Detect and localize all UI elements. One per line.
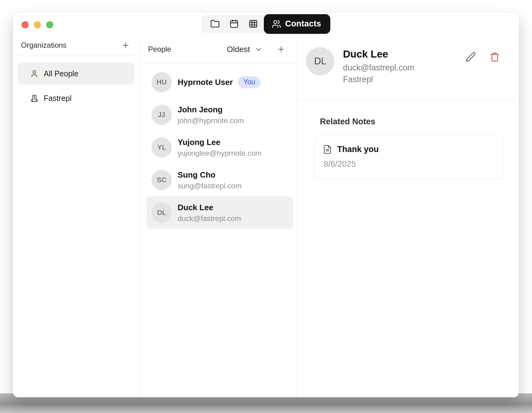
person-row-duck-lee[interactable]: DL Duck Lee duck@fastrepl.com (147, 196, 293, 229)
table-tab[interactable] (244, 15, 263, 33)
zoom-window-button[interactable] (46, 21, 53, 28)
person-row-yujong-lee[interactable]: YL Yujong Lee yujonglee@hyprnote.com (147, 131, 293, 164)
person-text: Yujong Lee yujonglee@hyprnote.com (178, 138, 262, 158)
person-email: yujonglee@hyprnote.com (178, 149, 262, 158)
contact-actions (465, 52, 500, 62)
organizations-title: Organizations (21, 41, 66, 50)
avatar: HU (151, 72, 172, 92)
contact-detail-header: DL Duck Lee duck@fastrepl.com Fastrepl (297, 35, 519, 100)
calendar-icon (229, 19, 239, 29)
sort-dropdown[interactable]: Oldest (227, 45, 263, 54)
person-text: Sung Cho sung@fastrepl.com (178, 170, 241, 190)
you-badge: You (238, 76, 260, 88)
contact-email: duck@fastrepl.com (343, 63, 414, 73)
close-window-button[interactable] (22, 21, 29, 28)
person-name: John Jeong (178, 105, 244, 114)
person-email: duck@fastrepl.com (178, 214, 241, 223)
app-window: Contacts Organizations All People (13, 12, 519, 397)
users-icon (272, 19, 281, 29)
contact-avatar: DL (306, 47, 334, 75)
person-row-hyprnote-user[interactable]: HU Hyprnote User You (147, 66, 293, 98)
table-icon (248, 19, 258, 29)
sidebar-item-all-people[interactable]: All People (18, 63, 134, 84)
contact-name: Duck Lee (343, 48, 414, 60)
avatar: YL (151, 137, 172, 158)
minimize-window-button[interactable] (34, 21, 41, 28)
folder-icon (210, 19, 220, 29)
file-text-icon (323, 145, 332, 154)
person-email: sung@fastrepl.com (178, 182, 241, 190)
people-list: HU Hyprnote User You JJ John Jeong john@… (139, 63, 296, 231)
add-person-button[interactable] (277, 45, 285, 54)
plus-icon (121, 41, 130, 50)
avatar: DL (151, 202, 172, 223)
contact-organization: Fastrepl (343, 75, 414, 84)
people-header: People Oldest (139, 35, 296, 63)
people-panel: People Oldest HU Hyprnote User You (139, 35, 297, 397)
person-text: Duck Lee duck@fastrepl.com (178, 203, 241, 223)
person-name: Duck Lee (178, 203, 241, 212)
avatar: SC (151, 170, 172, 190)
person-text: Hyprnote User You (178, 76, 260, 88)
avatar: JJ (151, 105, 172, 125)
contact-detail-panel: DL Duck Lee duck@fastrepl.com Fastrepl (297, 35, 519, 397)
delete-contact-button[interactable] (490, 52, 500, 62)
person-name: Yujong Lee (178, 138, 262, 147)
pencil-icon (465, 52, 476, 62)
related-note-card[interactable]: Thank you 8/6/2025 (314, 136, 504, 179)
sidebar-item-label: All People (44, 69, 79, 78)
view-switcher-group: Contacts (202, 15, 330, 33)
person-text: John Jeong john@hyprnote.com (178, 105, 244, 125)
notes-tab[interactable] (205, 15, 224, 33)
organizations-list: All People Fastrepl (13, 55, 139, 109)
organizations-header: Organizations (13, 35, 139, 55)
person-name: Hyprnote User (178, 78, 233, 87)
plus-icon (277, 45, 285, 54)
people-title: People (148, 45, 171, 54)
contact-info: Duck Lee duck@fastrepl.com Fastrepl (343, 48, 414, 84)
person-nameline: Hyprnote User You (178, 76, 260, 88)
sidebar-item-label: Fastrepl (44, 94, 71, 103)
person-row-sung-cho[interactable]: SC Sung Cho sung@fastrepl.com (147, 164, 293, 196)
contacts-tab[interactable]: Contacts (264, 14, 330, 34)
view-switcher: Contacts (202, 12, 330, 35)
organizations-sidebar: Organizations All People Fastrepl (13, 35, 139, 397)
contacts-tab-label: Contacts (285, 19, 321, 29)
note-title-row: Thank you (323, 145, 495, 154)
person-row-john-jeong[interactable]: JJ John Jeong john@hyprnote.com (147, 98, 293, 131)
person-email: john@hyprnote.com (178, 116, 244, 125)
trash-icon (490, 52, 500, 62)
sidebar-item-fastrepl[interactable]: Fastrepl (18, 87, 134, 109)
sort-dropdown-value: Oldest (227, 45, 250, 54)
titlebar: Contacts (13, 12, 519, 36)
user-icon (30, 70, 38, 78)
chevron-down-icon (255, 45, 263, 53)
add-organization-button[interactable] (121, 41, 130, 50)
person-name: Sung Cho (178, 170, 241, 180)
note-title: Thank you (337, 145, 379, 154)
building-icon (30, 94, 38, 102)
traffic-lights (22, 21, 53, 28)
note-date: 8/6/2025 (324, 159, 495, 169)
edit-contact-button[interactable] (465, 52, 476, 62)
calendar-tab[interactable] (224, 15, 244, 33)
contact-detail-body: Related Notes Thank you 8/6/2025 (297, 100, 519, 179)
related-notes-title: Related Notes (320, 117, 504, 126)
